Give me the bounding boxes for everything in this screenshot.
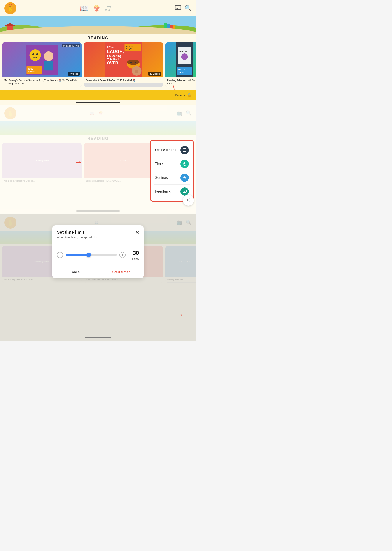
thumb-illustration-3: Bitsy Bat READ & LEARN <box>165 42 196 78</box>
scroll-indicator-1 <box>0 100 196 105</box>
close-menu-button[interactable]: ✕ <box>183 195 194 206</box>
svg-point-12 <box>11 8 12 9</box>
svg-text:This Book: This Book <box>107 58 120 61</box>
svg-rect-25 <box>170 25 173 31</box>
svg-rect-59 <box>177 67 192 75</box>
video-thumb-2: If You LAUGH, I'm Starting This Book OVE… <box>84 42 163 78</box>
app-logo[interactable] <box>4 2 16 14</box>
svg-point-47 <box>134 62 136 64</box>
category-label: READING <box>0 34 196 42</box>
settings-icon <box>181 174 189 182</box>
svg-rect-32 <box>27 66 42 74</box>
section-menu-view: 📖 🍿 📺 🔍 READING #ReadingMonth Ms. Booksy… <box>0 105 196 214</box>
svg-rect-14 <box>175 6 181 9</box>
svg-rect-65 <box>183 148 186 151</box>
svg-point-9 <box>9 4 10 5</box>
banner-illustration <box>0 16 196 34</box>
svg-point-10 <box>11 4 12 5</box>
offline-icon <box>181 146 189 154</box>
video-card-3[interactable]: Bitsy Bat READ & LEARN Reading Takeover … <box>165 42 196 87</box>
header-center-icons: 📖 🍿 🎵 <box>80 4 112 13</box>
timer-dialog: Set time limit When time is up, the app … <box>52 225 144 278</box>
svg-point-6 <box>10 7 11 7</box>
svg-rect-24 <box>167 24 170 31</box>
cast-icon[interactable] <box>175 5 181 12</box>
dialog-actions: Cancel Start timer <box>52 266 144 278</box>
svg-point-36 <box>32 53 34 55</box>
dialog-header: Set time limit When time is up, the app … <box>52 225 144 241</box>
slider-increase-button[interactable]: + <box>119 252 126 258</box>
videos-nav-icon[interactable]: 🍿 <box>93 5 101 12</box>
music-nav-icon[interactable]: 🎵 <box>104 4 112 12</box>
menu-item-timer[interactable]: Timer <box>154 157 190 171</box>
svg-text:LAUGH,: LAUGH, <box>107 49 124 54</box>
svg-text:KidTime: KidTime <box>126 45 133 47</box>
feedback-label: Feedback <box>155 190 170 193</box>
menu-arrow: → <box>74 158 82 167</box>
scenic-banner <box>0 16 196 34</box>
lock-icon: 🔒 <box>187 93 192 98</box>
svg-point-54 <box>135 70 138 73</box>
svg-point-11 <box>8 8 10 10</box>
svg-text:OVER: OVER <box>107 61 118 65</box>
svg-point-46 <box>130 62 132 64</box>
svg-rect-21 <box>7 26 13 31</box>
svg-point-13 <box>10 10 11 11</box>
svg-point-3 <box>9 6 11 8</box>
svg-point-35 <box>29 49 41 61</box>
scroll-dot <box>76 102 120 103</box>
video-row: COOL SCHOOL #ReadingMonth 3 videos Ms. B… <box>0 42 196 90</box>
thumb-illustration-1: COOL SCHOOL <box>26 45 58 75</box>
slider-fill <box>66 254 89 256</box>
menu-item-offline[interactable]: Offline videos <box>154 143 190 157</box>
svg-text:READ &: READ & <box>177 69 185 71</box>
svg-text:COOL: COOL <box>28 68 33 70</box>
svg-rect-74 <box>183 190 186 192</box>
section-timer-view: 📖 📺 🔍 #ReadingMonth Ms. Booksy's Bedtime… <box>0 214 196 341</box>
svg-text:LEARN: LEARN <box>177 71 184 74</box>
search-icon[interactable]: 🔍 <box>185 5 192 12</box>
svg-rect-15 <box>177 9 179 10</box>
slider-decrease-button[interactable]: − <box>57 252 63 258</box>
video-title-2: Books about Books READ ALOUD for Kids! 📚 <box>84 78 163 83</box>
slider-value-display: 30 minutes <box>128 250 139 260</box>
category-text: READING <box>87 36 109 40</box>
video-thumb-1: COOL SCHOOL #ReadingMonth 3 videos <box>2 42 82 78</box>
slider-thumb[interactable] <box>86 253 91 257</box>
privacy-bar: ↘ Privacy 🔒 <box>0 90 196 100</box>
privacy-label[interactable]: Privacy <box>175 93 185 97</box>
close-icon: ✕ <box>186 197 190 203</box>
svg-text:SCHOOL: SCHOOL <box>28 71 36 73</box>
dialog-header-text: Set time limit When time is up, the app … <box>57 230 100 239</box>
dialog-close-button[interactable]: ✕ <box>135 230 139 235</box>
timer-label: Timer <box>155 162 164 166</box>
start-timer-button[interactable]: Start timer <box>98 266 144 278</box>
video-card-1[interactable]: COOL SCHOOL #ReadingMonth 3 videos Ms. B… <box>2 42 82 87</box>
slider-row: − + 30 minutes <box>57 250 139 260</box>
svg-point-45 <box>127 60 139 65</box>
cancel-button[interactable]: Cancel <box>52 266 98 278</box>
video-title-1: Ms. Booksy's Bedtime Stories + StoryTime… <box>2 78 82 87</box>
video-hashtag-1: #ReadingMonth <box>62 44 80 48</box>
app-header: 📖 🍿 🎵 🔍 <box>0 0 196 16</box>
giraffe-icon <box>6 3 15 13</box>
svg-rect-26 <box>173 25 175 31</box>
video-title-3: Reading Takeover with Simon Kids <box>165 78 196 87</box>
svg-text:StoryTime: StoryTime <box>126 48 134 50</box>
video-count-1: 3 videos <box>68 72 80 76</box>
svg-point-72 <box>184 177 185 178</box>
svg-point-19 <box>44 27 131 34</box>
svg-point-4 <box>10 6 10 7</box>
slider-track[interactable] <box>66 254 117 256</box>
dialog-slider-section: − + 30 minutes <box>52 245 144 266</box>
menu-item-settings[interactable]: Settings <box>154 171 190 185</box>
menu-popup: Offline videos Timer Settin <box>150 140 194 202</box>
video-card-2[interactable]: If You LAUGH, I'm Starting This Book OVE… <box>84 42 163 87</box>
header-actions: 🔍 <box>175 5 192 12</box>
reading-nav-icon[interactable]: 📖 <box>80 4 89 13</box>
svg-point-27 <box>87 26 109 33</box>
offline-label: Offline videos <box>155 148 176 152</box>
svg-text:I'm Starting: I'm Starting <box>107 55 121 57</box>
settings-label: Settings <box>155 176 168 180</box>
svg-text:Bitsy Bat: Bitsy Bat <box>179 51 187 53</box>
